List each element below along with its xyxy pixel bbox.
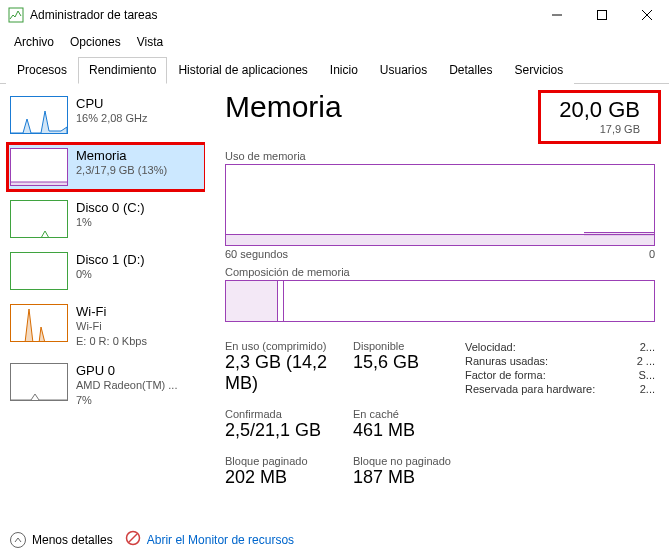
minimize-button[interactable]	[534, 0, 579, 30]
disk1-sub: 0%	[76, 267, 145, 282]
gpu-sub1: AMD Radeon(TM) ...	[76, 378, 177, 393]
resource-monitor-icon	[125, 530, 141, 549]
gpu-sub2: 7%	[76, 393, 177, 408]
form-value: S...	[638, 369, 655, 381]
total-memory-highlight: 20,0 GB 17,9 GB	[538, 90, 661, 144]
svg-rect-5	[11, 182, 68, 186]
taskmgr-icon	[8, 7, 24, 23]
menubar: Archivo Opciones Vista	[0, 30, 669, 54]
disk1-thumb-icon	[10, 252, 68, 290]
tab-app-history[interactable]: Historial de aplicaciones	[167, 57, 318, 84]
memory-composition-bar	[225, 280, 655, 322]
memory-usage-graph	[225, 164, 655, 246]
form-label: Factor de forma:	[465, 369, 546, 381]
cached-value: 461 MB	[353, 420, 463, 441]
avail-value: 15,6 GB	[353, 352, 463, 373]
speed-value: 2...	[640, 341, 655, 353]
maximize-button[interactable]	[579, 0, 624, 30]
wifi-thumb-icon	[10, 304, 68, 342]
paged-label: Bloque paginado	[225, 455, 353, 467]
tab-services[interactable]: Servicios	[504, 57, 575, 84]
tab-details[interactable]: Detalles	[438, 57, 503, 84]
titlebar: Administrador de tareas	[0, 0, 669, 30]
sidebar-item-memory[interactable]: Memoria2,3/17,9 GB (13%)	[8, 144, 205, 190]
composition-label: Composición de memoria	[225, 266, 655, 278]
total-memory-sub: 17,9 GB	[559, 123, 640, 135]
graph-time-right: 0	[649, 248, 655, 260]
close-button[interactable]	[624, 0, 669, 30]
cpu-thumb-icon	[10, 96, 68, 134]
reserved-value: 2...	[640, 383, 655, 395]
menu-file[interactable]: Archivo	[8, 33, 60, 51]
wifi-sub1: Wi-Fi	[76, 319, 147, 334]
disk0-name: Disco 0 (C:)	[76, 200, 145, 215]
reserved-label: Reservada para hardware:	[465, 383, 595, 395]
slots-value: 2 ...	[637, 355, 655, 367]
nonpaged-value: 187 MB	[353, 467, 463, 488]
speed-label: Velocidad:	[465, 341, 516, 353]
inuse-value: 2,3 GB (14,2 MB)	[225, 352, 353, 394]
sidebar-item-cpu[interactable]: CPU16% 2,08 GHz	[8, 92, 205, 138]
disk0-sub: 1%	[76, 215, 145, 230]
tab-performance[interactable]: Rendimiento	[78, 57, 167, 84]
disk0-thumb-icon	[10, 200, 68, 238]
svg-rect-2	[597, 11, 606, 20]
sidebar-item-gpu[interactable]: GPU 0AMD Radeon(TM) ...7%	[8, 359, 205, 412]
wifi-sub2: E: 0 R: 0 Kbps	[76, 334, 147, 349]
inuse-label: En uso (comprimido)	[225, 340, 353, 352]
window-title: Administrador de tareas	[30, 8, 534, 22]
main-panel: Memoria 20,0 GB 17,9 GB Uso de memoria 6…	[205, 84, 669, 524]
svg-line-8	[129, 534, 137, 542]
menu-view[interactable]: Vista	[131, 33, 169, 51]
open-resource-monitor-link[interactable]: Abrir el Monitor de recursos	[147, 533, 294, 547]
chevron-up-icon[interactable]	[10, 532, 26, 548]
menu-options[interactable]: Opciones	[64, 33, 127, 51]
sidebar-item-disk0[interactable]: Disco 0 (C:)1%	[8, 196, 205, 242]
paged-value: 202 MB	[225, 467, 353, 488]
memory-name: Memoria	[76, 148, 167, 163]
memory-sub: 2,3/17,9 GB (13%)	[76, 163, 167, 178]
memory-thumb-icon	[10, 148, 68, 186]
usage-label: Uso de memoria	[225, 150, 306, 162]
wifi-name: Wi-Fi	[76, 304, 147, 319]
commit-label: Confirmada	[225, 408, 353, 420]
tab-users[interactable]: Usuarios	[369, 57, 438, 84]
tabbar: Procesos Rendimiento Historial de aplica…	[0, 56, 669, 84]
fewer-details-button[interactable]: Menos detalles	[32, 533, 113, 547]
cached-label: En caché	[353, 408, 463, 420]
sidebar-item-disk1[interactable]: Disco 1 (D:)0%	[8, 248, 205, 294]
sidebar: CPU16% 2,08 GHz Memoria2,3/17,9 GB (13%)…	[0, 84, 205, 524]
disk1-name: Disco 1 (D:)	[76, 252, 145, 267]
gpu-name: GPU 0	[76, 363, 177, 378]
tab-processes[interactable]: Procesos	[6, 57, 78, 84]
commit-value: 2,5/21,1 GB	[225, 420, 353, 441]
tab-startup[interactable]: Inicio	[319, 57, 369, 84]
sidebar-item-wifi[interactable]: Wi-FiWi-FiE: 0 R: 0 Kbps	[8, 300, 205, 353]
gpu-thumb-icon	[10, 363, 68, 401]
nonpaged-label: Bloque no paginado	[353, 455, 463, 467]
graph-time-left: 60 segundos	[225, 248, 288, 260]
footer: Menos detalles Abrir el Monitor de recur…	[0, 524, 669, 555]
avail-label: Disponible	[353, 340, 463, 352]
cpu-name: CPU	[76, 96, 148, 111]
slots-label: Ranuras usadas:	[465, 355, 548, 367]
total-memory: 20,0 GB	[559, 97, 640, 123]
cpu-sub: 16% 2,08 GHz	[76, 111, 148, 126]
